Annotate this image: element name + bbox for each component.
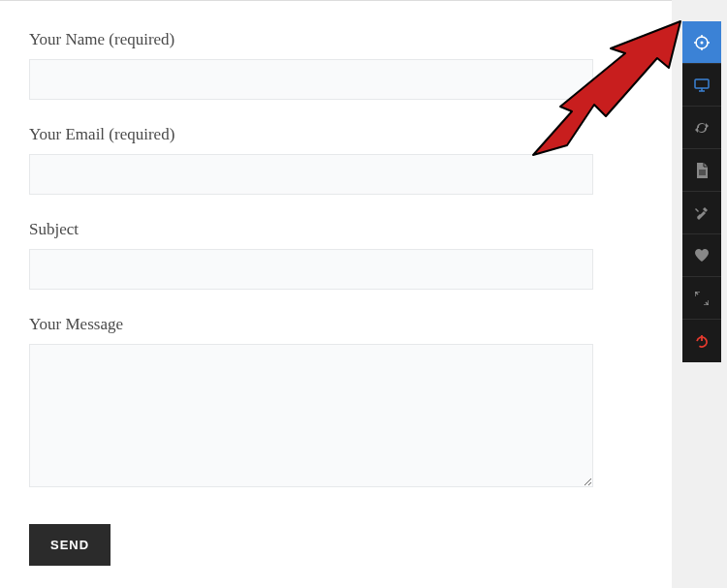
subject-label: Subject: [29, 220, 643, 239]
toolbar-tools-button[interactable]: [682, 192, 721, 234]
svg-rect-6: [695, 79, 709, 88]
target-icon: [694, 35, 710, 50]
toolbar-power-button[interactable]: [682, 320, 721, 362]
expand-icon: [695, 292, 709, 305]
message-group: Your Message: [29, 315, 643, 491]
svg-point-1: [701, 41, 704, 44]
sync-icon: [694, 120, 710, 136]
subject-input[interactable]: [29, 249, 593, 290]
toolbar-file-button[interactable]: [682, 149, 721, 192]
email-label: Your Email (required): [29, 125, 643, 144]
power-icon: [695, 334, 709, 348]
name-group: Your Name (required): [29, 30, 643, 100]
message-textarea[interactable]: [29, 344, 593, 487]
message-label: Your Message: [29, 315, 643, 334]
toolbar-favorite-button[interactable]: [682, 234, 721, 277]
monitor-icon: [694, 77, 710, 93]
send-button[interactable]: SEND: [29, 524, 111, 566]
name-input[interactable]: [29, 59, 593, 100]
toolbar-display-button[interactable]: [682, 64, 721, 107]
heart-icon: [694, 249, 710, 263]
name-label: Your Name (required): [29, 30, 643, 49]
email-input[interactable]: [29, 154, 593, 195]
subject-group: Subject: [29, 220, 643, 290]
toolbar-target-button[interactable]: [682, 21, 721, 64]
toolbar-expand-button[interactable]: [682, 277, 721, 320]
contact-form-panel: Your Name (required) Your Email (require…: [0, 1, 672, 588]
email-group: Your Email (required): [29, 125, 643, 195]
toolbar-sync-button[interactable]: [682, 107, 721, 149]
settings-toolbar: [682, 21, 721, 362]
tools-icon: [694, 205, 710, 221]
file-icon: [695, 163, 709, 178]
